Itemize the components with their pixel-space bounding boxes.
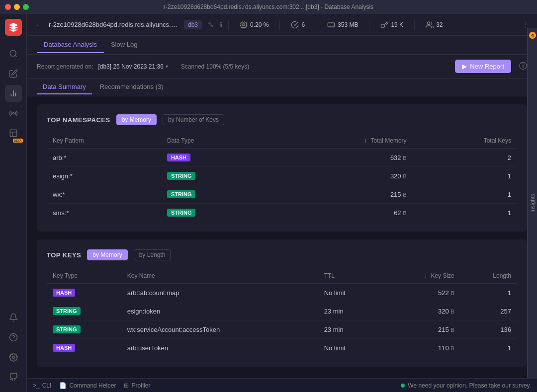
string-badge: STRING: [167, 172, 196, 180]
close-button[interactable]: [5, 4, 11, 10]
insights-panel[interactable]: 4 Insights: [527, 28, 537, 378]
sub-tab-recommendations[interactable]: Recommendations (3): [94, 80, 170, 94]
key-pattern-cell: arb:*: [47, 149, 161, 167]
sidebar-edit-icon[interactable]: [5, 65, 22, 82]
sort-icon: ↓: [364, 137, 367, 144]
keys-cell: 1: [413, 204, 517, 222]
svg-rect-11: [243, 24, 245, 26]
divider-4: [369, 20, 369, 30]
key-type-cell: HASH: [47, 339, 121, 357]
scan-status: Scanned 100% (5/5 keys): [181, 63, 249, 70]
insights-label: Insights: [530, 194, 536, 213]
col-total-keys: Total Keys: [413, 133, 517, 149]
svg-line-1: [15, 55, 16, 57]
hash-badge: HASH: [167, 154, 190, 161]
command-helper-button[interactable]: 📄 Command Helper: [59, 382, 116, 389]
tab-slow-log[interactable]: Slow Log: [104, 37, 144, 53]
window-controls[interactable]: [5, 4, 29, 10]
col-length: Length: [460, 268, 517, 284]
report-generated-label: Report generated on:: [37, 63, 93, 70]
sidebar: [0, 14, 27, 392]
keys-cell: 1: [413, 167, 517, 185]
length-cell: 136: [460, 320, 517, 339]
memory-stat: 353 MB: [322, 21, 363, 29]
sidebar-search-icon[interactable]: [5, 45, 22, 62]
keys-filter-length[interactable]: by Length: [134, 249, 171, 260]
minimize-button[interactable]: [14, 4, 20, 10]
top-keys-section: TOP KEYS by Memory by Length Key Type Ke…: [37, 239, 527, 367]
profiler-button[interactable]: ⊞ Profiler: [124, 382, 150, 389]
length-cell: 1: [460, 284, 517, 302]
sub-tabs: Data Summary Recommendations (3): [27, 78, 537, 96]
string-badge: STRING: [167, 209, 196, 217]
main-content: ← r-2ze10928d628bd64pd.redis.rds.aliyunc…: [27, 14, 537, 392]
app-logo[interactable]: [5, 19, 22, 36]
col-total-memory[interactable]: ↓ Total Memory: [268, 133, 412, 149]
data-type-cell: STRING: [161, 204, 268, 222]
sidebar-settings-icon[interactable]: [5, 349, 22, 366]
col-key-size[interactable]: ↓ Key Size: [381, 268, 460, 284]
sub-tab-data-summary[interactable]: Data Summary: [37, 80, 92, 94]
maximize-button[interactable]: [23, 4, 29, 10]
bottombar: >_ CLI 📄 Command Helper ⊞ Profiler We ne…: [27, 378, 537, 392]
new-report-button[interactable]: ▶ New Report: [455, 60, 511, 73]
play-icon: ▶: [462, 63, 467, 70]
memory-cell: 320 B: [268, 167, 412, 185]
string-type-badge: STRING: [53, 325, 81, 333]
top-namespaces-title: TOP NAMESPACES: [47, 116, 110, 124]
topbar: ← r-2ze10928d628bd64pd.redis.rds.aliyunc…: [27, 14, 537, 36]
data-type-cell: HASH: [161, 149, 268, 167]
insights-badge: 4: [529, 32, 536, 39]
table-row: sms:* STRING 62 B 1: [47, 204, 517, 222]
tab-database-analysis[interactable]: Database Analysis: [37, 37, 104, 53]
namespace-filter-memory[interactable]: by Memory: [116, 114, 157, 125]
top-namespaces-header: TOP NAMESPACES by Memory by Number of Ke…: [47, 114, 517, 125]
sidebar-analytics-icon[interactable]: [5, 85, 22, 102]
memory-cell: 62 B: [268, 204, 412, 222]
svg-rect-10: [241, 22, 247, 27]
namespace-filter-keys[interactable]: by Number of Keys: [163, 114, 224, 125]
col-key-type: Key Type: [47, 268, 121, 284]
svg-point-5: [12, 113, 14, 114]
cpu-stat: 0.20 %: [235, 21, 273, 29]
key-type-cell: STRING: [47, 302, 121, 320]
table-row: STRING esign:token 23 min 320 B 257: [47, 302, 517, 320]
edit-connection-icon[interactable]: ✎: [208, 21, 214, 29]
key-pattern-cell: sms:*: [47, 204, 161, 222]
hash-type-badge: HASH: [53, 289, 75, 297]
data-type-cell: STRING: [161, 167, 268, 185]
more-options-icon[interactable]: ⋮: [523, 21, 529, 28]
table-row: HASH arb:userToken No limit 110 B 1: [47, 339, 517, 357]
top-namespaces-section: TOP NAMESPACES by Memory by Number of Ke…: [37, 104, 527, 232]
report-chevron-icon: ▾: [166, 64, 168, 69]
sidebar-broadcast-icon[interactable]: [5, 105, 22, 122]
users-value: 32: [436, 21, 443, 28]
db-badge[interactable]: db3: [184, 20, 202, 29]
connections-stat: 6: [286, 21, 310, 29]
sidebar-help-icon[interactable]: [5, 329, 22, 346]
divider-3: [316, 20, 316, 30]
report-info-icon[interactable]: ⓘ: [519, 61, 527, 72]
keys-filter-memory[interactable]: by Memory: [87, 249, 127, 260]
cli-button[interactable]: >_ CLI: [33, 382, 51, 389]
key-pattern-cell: esign:*: [47, 167, 161, 185]
table-row: arb:* HASH 632 B 2: [47, 149, 517, 167]
sidebar-github-icon[interactable]: [5, 369, 22, 386]
hash-type-badge: HASH: [53, 344, 75, 352]
string-type-badge: STRING: [53, 307, 81, 315]
keys-value: 19 K: [391, 21, 403, 28]
divider-5: [414, 20, 415, 30]
key-name-cell: esign:token: [121, 302, 318, 320]
report-date-value[interactable]: [db3] 25 Nov 2023 21:36 ▾: [98, 63, 168, 70]
keys-cell: 2: [413, 149, 517, 167]
ttl-cell: No limit: [318, 284, 381, 302]
info-connection-icon[interactable]: ℹ: [220, 21, 222, 29]
col-data-type: Data Type: [161, 133, 268, 149]
sidebar-beta-icon[interactable]: [5, 125, 22, 142]
back-button[interactable]: ←: [35, 20, 43, 29]
namespaces-table: Key Pattern Data Type ↓ Total Memory Tot…: [47, 133, 517, 222]
svg-point-21: [427, 22, 430, 24]
sidebar-notification-icon[interactable]: [5, 309, 22, 326]
ttl-cell: 23 min: [318, 302, 381, 320]
keys-stat: 19 K: [375, 21, 408, 29]
